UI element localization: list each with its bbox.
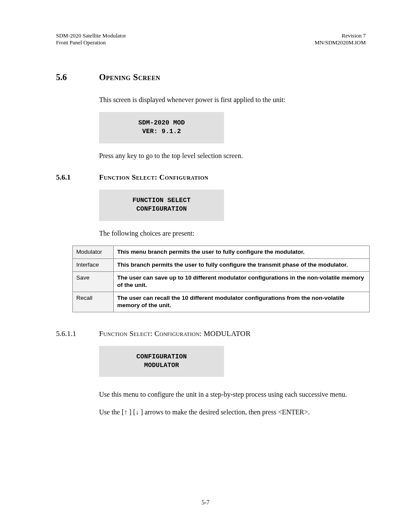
header-right: Revision 7 MN/SDM2020M.IOM (314, 32, 366, 47)
subsubsection-number: 5.6.1.1 (56, 330, 99, 338)
option-desc: This branch permits the user to fully co… (114, 259, 370, 272)
lcd-screen-opening: SDM-2020 MOD VER: 9.1.2 (99, 112, 224, 143)
config-use-text: Use this menu to configure the unit in a… (99, 390, 366, 400)
document-page: SDM-2020 Satellite Modulator Front Panel… (0, 0, 411, 532)
after-text: Press any key to go to the top level sel… (99, 151, 366, 161)
lcd-screen-function-select: FUNCTION SELECT CONFIGURATION (99, 190, 224, 221)
choices-intro: The following choices are present: (99, 229, 366, 238)
up-arrow-icon: ↑ (124, 408, 128, 416)
page-number: 5-7 (0, 499, 411, 506)
table-row: Save The user can save up to 10 differen… (73, 272, 370, 292)
option-desc: The user can save up to 10 different mod… (114, 272, 370, 292)
option-desc: This menu branch permits the user to ful… (114, 246, 370, 259)
subsubsection-title: Function Select: Configuration: MODULATO… (99, 330, 251, 338)
option-desc: The user can recall the 10 different mod… (114, 292, 370, 312)
section-5-6-heading: 5.6 Opening Screen (56, 72, 366, 82)
table-row: Recall The user can recall the 10 differ… (73, 292, 370, 312)
section-5-6-1-heading: 5.6.1 Function Select: Configuration (56, 173, 366, 182)
table-row: Interface This branch permits the user t… (73, 259, 370, 272)
section-number: 5.6 (56, 72, 99, 82)
option-label: Recall (73, 292, 114, 312)
option-label: Save (73, 272, 114, 292)
lcd-screen-config-modulator: CONFIGURATION MODULATOR (99, 346, 224, 377)
section-title: Opening Screen (99, 72, 160, 82)
subsection-title: Function Select: Configuration (99, 173, 209, 182)
header-left: SDM-2020 Satellite Modulator Front Panel… (56, 32, 126, 47)
page-header: SDM-2020 Satellite Modulator Front Panel… (56, 32, 366, 47)
option-label: Interface (73, 259, 114, 272)
section-5-6-1-1-body: CONFIGURATION MODULATOR Use this menu to… (99, 346, 366, 417)
section-5-6-body: This screen is displayed whenever power … (99, 95, 366, 161)
choices-table: Modulator This menu branch permits the u… (72, 246, 370, 312)
section-5-6-1-body: FUNCTION SELECT CONFIGURATION The follow… (99, 190, 366, 238)
arrow-instruction-text: Use the [↑ ] [↓ ] arrows to make the des… (99, 408, 366, 417)
intro-text: This screen is displayed whenever power … (99, 95, 366, 105)
section-5-6-1-1-heading: 5.6.1.1 Function Select: Configuration: … (56, 330, 366, 338)
option-label: Modulator (73, 246, 114, 259)
subsection-number: 5.6.1 (56, 173, 99, 182)
table-row: Modulator This menu branch permits the u… (73, 246, 370, 259)
